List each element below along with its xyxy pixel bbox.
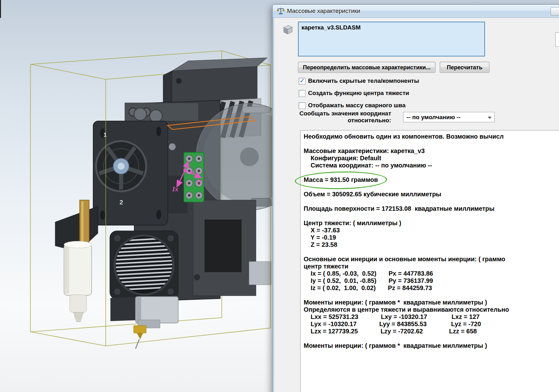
results-line [304, 335, 559, 342]
results-box[interactable]: Необходимо обновить один из компонентов.… [300, 130, 559, 392]
results-line: Lxx = 525731.23 Lxy = -10320.17 Lxz = 12… [304, 313, 559, 320]
checkbox-box[interactable] [299, 90, 306, 97]
axis-label-iz: Iz [189, 168, 195, 176]
check-mark-icon: ✓ [300, 77, 305, 84]
results-text: Необходимо обновить один из компонентов.… [304, 133, 559, 349]
scale-icon [277, 7, 285, 15]
results-line: Конфигурация: Default [304, 155, 559, 162]
results-line: Моменты инерции: ( граммов * квадратные … [304, 342, 559, 349]
results-line [304, 169, 559, 176]
filename-text: каретка_v3.SLDASM [301, 24, 361, 31]
checkbox-label: Отображать массу сварного шва [308, 102, 406, 109]
results-line: Определяются в центре тяжести и выравнив… [304, 306, 559, 313]
report-coordinates-label: Сообщать значения координат относительно… [274, 110, 391, 124]
checkbox-box[interactable]: ✓ [299, 78, 306, 85]
model-number-1: 1 [104, 132, 107, 138]
model-number-2: 2 [120, 199, 123, 206]
close-button[interactable] [551, 7, 559, 16]
coordinate-system-dropdown[interactable]: -- по умолчанию -- [403, 112, 495, 122]
results-line: Объем = 305092.65 кубические миллиметры [304, 191, 559, 198]
report-coordinates-label-line1: Сообщать значения координат [274, 110, 391, 117]
clipped-side-button[interactable] [555, 32, 559, 47]
coordinate-system-value: -- по умолчанию -- [407, 114, 461, 121]
report-coordinates-label-line2: относительно: [274, 117, 391, 124]
results-line: Y = -0.19 [304, 234, 559, 241]
results-line: Система координат: -- по умолчанию -- [304, 162, 559, 169]
model-assembly: 1 2 [55, 58, 303, 349]
results-line: Lyx = -10320.17 Lyy = 843855.53 Lyz = -7… [304, 320, 559, 328]
results-line: Моменты инерции: ( граммов * квадратные … [304, 299, 559, 306]
mass-properties-dialog: Массовые характеристики каретка_v3.SLDAS… [272, 4, 559, 392]
results-line [304, 292, 559, 299]
filename-field[interactable]: каретка_v3.SLDASM [298, 22, 485, 56]
results-line: Lzx = 127739.25 Lzy = -7202.62 Lzz = 658 [304, 328, 559, 335]
results-line [304, 140, 559, 147]
results-line: Iz = ( 0.02, 1.00, 0.02) Pz = 844259.73 [304, 284, 559, 292]
results-line: Центр тяжести: ( миллиметры ) [304, 220, 559, 227]
recalculate-button[interactable]: Пересчитать [440, 62, 489, 73]
part-icon [281, 23, 294, 36]
checkbox-label: Включить скрытые тела/компоненты [308, 77, 419, 84]
results-line [304, 212, 559, 220]
results-line [304, 248, 559, 256]
axis-label-iy: Iy [196, 177, 202, 185]
results-line: Масса = 931.50 граммов [304, 176, 559, 183]
fan-assembly [110, 231, 178, 299]
results-line [304, 183, 559, 191]
chevron-down-icon [488, 117, 492, 119]
results-line: Необходимо обновить один из компонентов.… [304, 133, 559, 140]
results-line: Ix = ( 0.85, -0.03, 0.52) Px = 447783.86 [304, 270, 559, 277]
results-line: Iy = ( 0.52, 0.01, -0.85) Py = 736137.99 [304, 277, 559, 284]
results-line [304, 198, 559, 205]
results-line: центр тяжести [304, 263, 559, 270]
axis-label-ix: Ix [172, 185, 178, 193]
results-line: Z = 23.58 [304, 241, 559, 248]
results-line: Основные оси инерции и основные моменты … [304, 256, 559, 263]
checkbox-box[interactable] [299, 102, 306, 109]
results-line: Массовые характеристики: каретка_v3 [304, 147, 559, 155]
checkbox-label: Создать функцию центра тяжести [308, 90, 409, 97]
dialog-body: каретка_v3.SLDASM Переопределить массовы… [274, 18, 559, 392]
dialog-titlebar[interactable]: Массовые характеристики [273, 5, 559, 18]
dialog-title: Массовые характеристики [287, 8, 360, 14]
results-line: Площадь поверхности = 172153.08 квадратн… [304, 205, 559, 212]
results-line: X = -37.63 [304, 227, 559, 234]
override-mass-properties-button[interactable]: Переопределить массовые характеристики..… [298, 62, 435, 73]
